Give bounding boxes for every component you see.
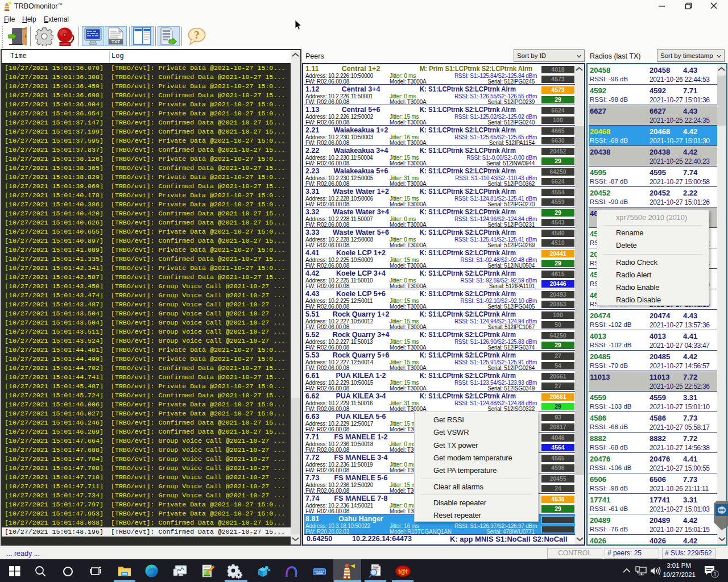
- svg-text:1: 1: [713, 571, 717, 577]
- svg-text:?: ?: [194, 29, 200, 41]
- svg-text:TXT: TXT: [111, 39, 120, 44]
- svg-text:t@t: t@t: [398, 568, 408, 575]
